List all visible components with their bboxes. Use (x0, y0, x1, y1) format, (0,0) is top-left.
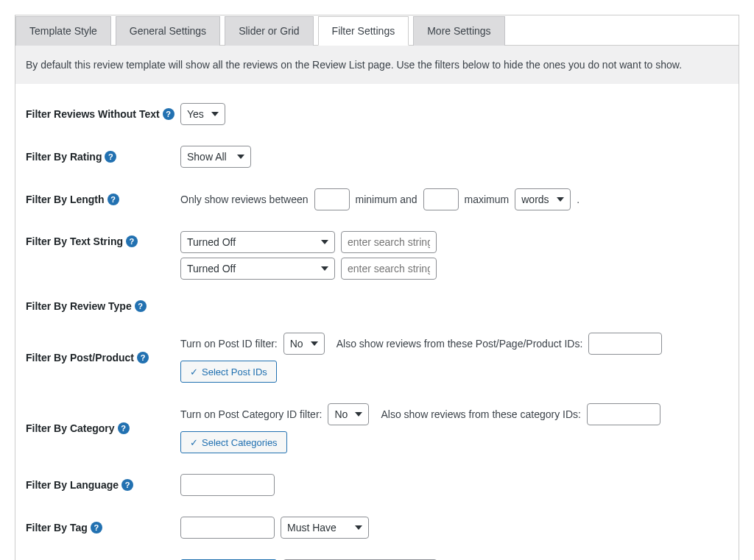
label-filter-without-text: Filter Reviews Without Text (26, 108, 160, 120)
tab-general-settings[interactable]: General Settings (116, 16, 220, 46)
input-text-string-2[interactable] (341, 258, 437, 280)
help-icon[interactable]: ? (163, 108, 175, 120)
row-filter-by-post-product: Filter By Post/Product ? Turn on Post ID… (26, 322, 728, 393)
help-icon[interactable]: ? (105, 151, 116, 163)
row-filter-without-text: Filter Reviews Without Text ? Yes (26, 93, 728, 135)
help-icon[interactable]: ? (108, 194, 119, 205)
tab-more-settings[interactable]: More Settings (413, 16, 504, 46)
filter-settings-panel: Template Style General Settings Slider o… (15, 15, 739, 560)
tab-template-style[interactable]: Template Style (15, 16, 111, 46)
label-filter-by-rating: Filter By Rating (26, 151, 102, 163)
row-filter-by-rating: Filter By Rating ? Show All (26, 135, 728, 178)
row-filter-by-length: Filter By Length ? Only show reviews bet… (26, 178, 728, 221)
help-icon[interactable]: ? (126, 235, 138, 247)
length-suffix: . (577, 194, 579, 205)
label-filter-by-text-string: Filter By Text String (26, 235, 123, 247)
row-filter-by-language: Filter By Language ? (26, 464, 728, 506)
check-icon: ✓ (190, 366, 198, 378)
check-icon: ✓ (190, 437, 198, 448)
intro-text: By default this review template will sho… (15, 45, 739, 84)
help-icon[interactable]: ? (118, 422, 130, 434)
length-max-label: maximum (465, 194, 510, 205)
row-filter-by-tag: Filter By Tag ? Must Have (26, 506, 728, 549)
label-filter-by-language: Filter By Language (26, 479, 119, 491)
post-also-label: Also show reviews from these Post/Page/P… (337, 338, 583, 350)
select-post-id-filter[interactable]: No (283, 333, 325, 355)
label-filter-by-post-product: Filter By Post/Product (26, 352, 134, 364)
label-filter-by-category: Filter By Category (26, 422, 115, 434)
form-area: Filter Reviews Without Text ? Yes Filter… (15, 84, 739, 560)
select-categories-button-label: Select Categories (202, 437, 278, 448)
category-also-label: Also show reviews from these category ID… (381, 408, 581, 420)
select-filter-by-rating[interactable]: Show All (180, 146, 251, 168)
input-text-string-1[interactable] (341, 231, 437, 253)
length-min-label: minimum and (356, 194, 417, 205)
help-icon[interactable]: ? (121, 479, 133, 491)
select-length-unit[interactable]: words (515, 188, 571, 210)
category-turn-on-label: Turn on Post Category ID filter: (180, 408, 322, 420)
select-category-id-filter[interactable]: No (328, 403, 369, 425)
row-filter-by-review-type: Filter By Review Type ? (26, 290, 728, 322)
length-prefix: Only show reviews between (180, 194, 309, 205)
label-filter-by-tag: Filter By Tag (26, 522, 88, 534)
select-text-string-1-mode[interactable]: Turned Off (180, 231, 335, 253)
select-tag-mode[interactable]: Must Have (281, 517, 369, 539)
tab-filter-settings[interactable]: Filter Settings (318, 16, 409, 46)
row-filter-by-category: Filter By Category ? Turn on Post Catego… (26, 393, 728, 464)
post-turn-on-label: Turn on Post ID filter: (180, 338, 278, 350)
input-tag[interactable] (180, 517, 275, 539)
input-length-min[interactable] (314, 188, 350, 210)
tab-slider-or-grid[interactable]: Slider or Grid (225, 16, 313, 46)
input-language[interactable] (180, 474, 275, 496)
select-post-ids-button[interactable]: ✓ Select Post IDs (180, 361, 277, 383)
help-icon[interactable]: ? (135, 300, 147, 312)
row-select-reviews-to-show: Select Reviews To Show ? ✓ Select Review… (26, 549, 728, 560)
input-length-max[interactable] (423, 188, 459, 210)
help-icon[interactable]: ? (137, 352, 149, 364)
select-text-string-2-mode[interactable]: Turned Off (180, 258, 335, 280)
row-filter-by-text-string: Filter By Text String ? Turned Off Turne… (26, 221, 728, 290)
label-filter-by-length: Filter By Length (26, 194, 105, 205)
help-icon[interactable]: ? (91, 522, 102, 534)
select-categories-button[interactable]: ✓ Select Categories (180, 431, 287, 453)
tab-nav: Template Style General Settings Slider o… (15, 15, 739, 45)
input-post-ids[interactable] (588, 333, 662, 355)
input-category-ids[interactable] (587, 403, 660, 425)
label-filter-by-review-type: Filter By Review Type (26, 300, 132, 312)
select-post-ids-button-label: Select Post IDs (202, 366, 267, 378)
select-filter-without-text[interactable]: Yes (180, 103, 225, 125)
